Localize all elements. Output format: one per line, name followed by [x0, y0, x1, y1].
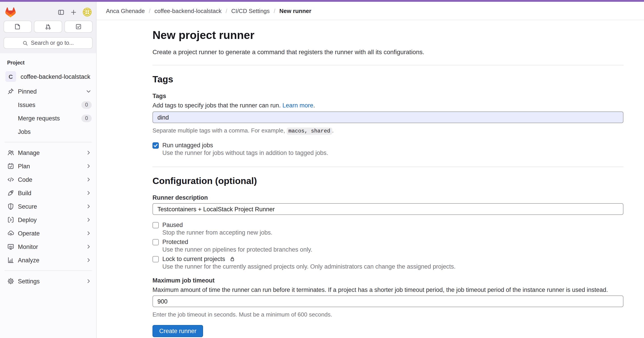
sidebar-toggle-icon[interactable]: [58, 9, 64, 16]
protected-description: Use the runner on pipelines for protecte…: [162, 246, 624, 253]
pin-icon: [7, 88, 14, 95]
runner-description-input[interactable]: [152, 203, 624, 215]
paused-label[interactable]: Paused: [152, 221, 624, 229]
run-untagged-jobs-description: Use the runner for jobs without tags in …: [162, 149, 624, 157]
chevron-right-icon: [86, 230, 92, 236]
protected-checkbox[interactable]: [152, 239, 159, 245]
breadcrumb-item-coffee-backend-localstack[interactable]: coffee-backend-localstack: [154, 8, 222, 14]
user-avatar[interactable]: [83, 8, 92, 17]
nav-divider: [4, 142, 92, 142]
protected-label[interactable]: Protected: [152, 238, 624, 246]
chevron-right-icon: [86, 150, 92, 156]
search-input[interactable]: Search or go to...: [4, 37, 92, 49]
tags-field-description: Add tags to specify jobs that the runner…: [152, 102, 624, 110]
sidebar-item-deploy[interactable]: Deploy: [0, 213, 96, 226]
sidebar-nav: Project C coffee-backend-localstack Pinn…: [0, 53, 96, 338]
todo-icon: [75, 23, 82, 30]
run-untagged-jobs-label[interactable]: Run untagged jobs: [152, 141, 624, 149]
page-subtitle: Create a project runner to generate a co…: [152, 48, 624, 56]
search-icon: [22, 40, 28, 46]
main-area: Anca Ghenade/coffee-backend-localstack/C…: [96, 2, 644, 338]
tags-helper-text: Separate multiple tags with a comma. For…: [152, 127, 624, 135]
breadcrumb-item-anca-ghenade[interactable]: Anca Ghenade: [106, 8, 145, 14]
runner-description-label: Runner description: [152, 194, 624, 201]
sidebar-header: Search or go to...: [0, 2, 96, 53]
cloud-pod-icon: [7, 230, 14, 237]
run-untagged-jobs-group: Run untagged jobs Use the runner for job…: [152, 141, 624, 157]
chevron-right-icon: [86, 278, 92, 284]
sidebar-item-issues[interactable]: Issues 0: [0, 98, 96, 112]
tags-input[interactable]: [152, 112, 624, 123]
window-accent-bar: [0, 0, 644, 2]
page-title: New project runner: [152, 28, 624, 42]
protected-group: Protected Use the runner on pipelines fo…: [152, 238, 624, 253]
sidebar-item-merge-requests[interactable]: Merge requests 0: [0, 112, 96, 125]
todo-shortcut-button[interactable]: [64, 21, 92, 33]
section-divider: [152, 65, 624, 65]
chevron-right-icon: [86, 257, 92, 263]
sidebar-item-plan[interactable]: Plan: [0, 159, 96, 173]
project-avatar: C: [5, 71, 16, 82]
gitlab-logo[interactable]: [5, 7, 16, 17]
maximum-job-timeout-input[interactable]: [152, 295, 624, 307]
calendar-check-icon: [7, 163, 14, 170]
sidebar-item-project[interactable]: C coffee-backend-localstack: [0, 69, 96, 85]
breadcrumb: Anca Ghenade/coffee-backend-localstack/C…: [96, 2, 644, 20]
section-divider: [152, 167, 624, 167]
sidebar-item-code[interactable]: Code: [0, 173, 96, 186]
chart-icon: [7, 256, 14, 264]
count-badge: 0: [82, 101, 92, 109]
sidebar-item-secure[interactable]: Secure: [0, 200, 96, 213]
tags-section-heading: Tags: [152, 73, 624, 85]
sidebar-item-operate[interactable]: Operate: [0, 226, 96, 240]
tags-field-label: Tags: [152, 92, 624, 100]
breadcrumb-separator: /: [149, 8, 150, 14]
tags-example-code: macos, shared: [287, 128, 332, 135]
sidebar-item-monitor[interactable]: Monitor: [0, 240, 96, 253]
code-icon: [7, 176, 14, 183]
chevron-right-icon: [86, 190, 92, 196]
issues-shortcut-button[interactable]: [4, 21, 32, 33]
project-name: coffee-backend-localstack: [20, 73, 90, 80]
maximum-job-timeout-description: Maximum amount of time the runner can ru…: [152, 286, 624, 294]
plus-icon[interactable]: [70, 9, 77, 16]
gear-icon: [7, 277, 14, 285]
sidebar: Search or go to... Project C coffee-back…: [0, 2, 96, 338]
lock-to-current-projects-label[interactable]: Lock to current projects: [152, 255, 624, 263]
breadcrumb-item-ci-cd-settings[interactable]: CI/CD Settings: [231, 8, 270, 14]
chevron-down-icon: [86, 88, 92, 95]
sidebar-item-analyze[interactable]: Analyze: [0, 253, 96, 267]
sidebar-item-pinned[interactable]: Pinned: [0, 85, 96, 98]
count-badge: 0: [82, 114, 92, 122]
users-icon: [7, 149, 14, 156]
lock-icon: [230, 256, 236, 262]
rocket-icon: [7, 189, 14, 197]
sidebar-item-settings[interactable]: Settings: [0, 274, 96, 288]
sidebar-item-build[interactable]: Build: [0, 186, 96, 200]
create-runner-button[interactable]: Create runner: [152, 325, 203, 337]
maximum-job-timeout-label: Maximum job timeout: [152, 277, 624, 284]
paused-checkbox[interactable]: [152, 222, 159, 228]
deploy-icon: [7, 216, 14, 223]
chevron-right-icon: [86, 163, 92, 169]
run-untagged-jobs-checkbox[interactable]: [152, 142, 159, 148]
sidebar-item-manage[interactable]: Manage: [0, 146, 96, 159]
issues-icon: [14, 23, 21, 30]
page-content: New project runner Create a project runn…: [96, 20, 644, 338]
chevron-right-icon: [86, 217, 92, 223]
chevron-right-icon: [86, 243, 92, 250]
merge-requests-shortcut-button[interactable]: [34, 21, 62, 33]
breadcrumb-separator: /: [274, 8, 275, 14]
search-placeholder: Search or go to...: [31, 40, 74, 46]
nav-divider: [4, 270, 92, 271]
maximum-job-timeout-helper: Enter the job timeout in seconds. Must b…: [152, 311, 624, 318]
chevron-right-icon: [86, 203, 92, 209]
sidebar-item-jobs[interactable]: Jobs: [0, 125, 96, 138]
learn-more-link[interactable]: Learn more: [282, 102, 313, 109]
lock-to-current-projects-checkbox[interactable]: [152, 256, 159, 262]
merge-request-icon: [45, 23, 52, 30]
shield-icon: [7, 203, 14, 210]
paused-description: Stop the runner from accepting new jobs.: [162, 229, 624, 236]
lock-to-current-projects-group: Lock to current projects Use the runner …: [152, 255, 624, 270]
breadcrumb-item-new-runner: New runner: [279, 8, 311, 14]
